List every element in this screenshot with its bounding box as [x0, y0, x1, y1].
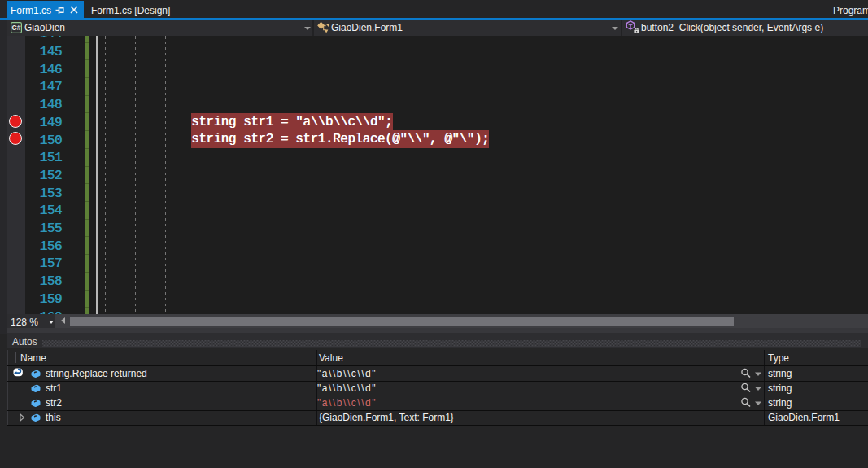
- svg-text:C#: C#: [12, 24, 21, 32]
